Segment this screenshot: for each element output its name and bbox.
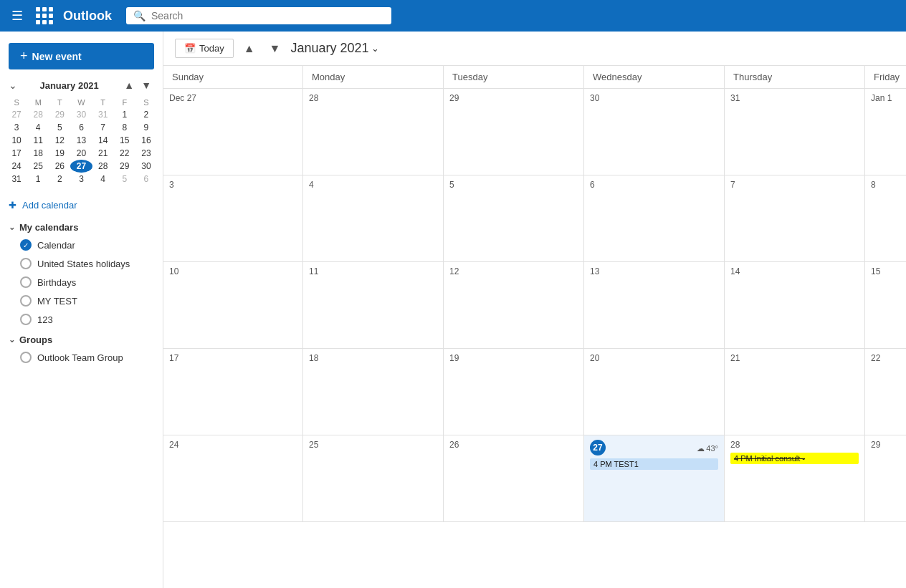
calendar-cell[interactable]: 24 [163,435,303,521]
calendar-checkbox[interactable] [20,314,32,325]
mini-cal-prev-button[interactable]: ▲ [121,78,137,92]
calendar-checkbox[interactable] [20,276,32,288]
calendar-item[interactable]: Birthdays [0,273,163,291]
month-title[interactable]: January 2021 ⌄ [290,41,379,56]
menu-button[interactable]: ☰ [9,5,26,26]
mini-cal-day[interactable]: 16 [135,134,157,147]
calendar-cell[interactable]: 29 [865,435,906,521]
mini-cal-day[interactable]: 6 [135,173,157,185]
calendar-event[interactable]: 4 PM Initial consult - [730,453,859,464]
mini-cal-day[interactable]: 14 [92,134,114,147]
calendar-item[interactable]: MY TEST [0,291,163,310]
groups-section[interactable]: ⌄ Groups [0,329,163,348]
calendar-cell[interactable]: 5 [444,175,584,261]
search-bar[interactable]: 🔍 [126,7,391,24]
new-event-button[interactable]: + New event [9,43,154,69]
calendar-cell[interactable]: Jan 1 [865,89,906,175]
mini-cal-day[interactable]: 11 [27,134,49,147]
calendar-cell[interactable]: 11 [303,262,444,348]
calendar-cell[interactable]: 17 [163,349,303,435]
mini-cal-day[interactable]: 12 [49,134,70,147]
search-input[interactable] [151,10,384,21]
mini-cal-day[interactable]: 1 [27,173,49,185]
calendar-cell[interactable]: 8 [865,175,906,261]
mini-cal-day[interactable]: 10 [6,134,27,147]
calendar-cell[interactable]: 29 [444,89,584,175]
mini-cal-day[interactable]: 24 [6,160,27,173]
mini-cal-next-button[interactable]: ▼ [138,78,154,92]
calendar-checkbox[interactable] [20,258,32,269]
mini-cal-collapse-icon[interactable]: ⌄ [9,79,17,91]
calendar-cell[interactable]: 4 [303,175,444,261]
group-checkbox[interactable] [20,352,32,363]
calendar-cell[interactable]: 25 [303,435,444,521]
mini-cal-day[interactable]: 4 [27,121,49,134]
mini-cal-day[interactable]: 5 [49,121,70,134]
mini-cal-day[interactable]: 23 [135,147,157,160]
calendar-cell[interactable]: 20 [584,349,725,435]
mini-cal-day[interactable]: 26 [49,160,70,173]
calendar-cell[interactable]: 21 [725,349,865,435]
mini-cal-day[interactable]: 19 [49,147,70,160]
prev-month-button[interactable]: ▲ [239,39,259,58]
calendar-event[interactable]: 4 PM TEST1 [590,458,718,470]
mini-cal-day[interactable]: 17 [6,147,27,160]
calendar-cell[interactable]: 7 [725,175,865,261]
mini-cal-day[interactable]: 5 [114,173,135,185]
mini-cal-day[interactable]: 25 [27,160,49,173]
mini-cal-day[interactable]: 9 [135,121,157,134]
calendar-cell[interactable]: 31 [725,89,865,175]
calendar-cell[interactable]: 14 [725,262,865,348]
mini-cal-day[interactable]: 2 [135,108,157,121]
waffle-icon[interactable] [34,6,54,26]
mini-cal-day[interactable]: 27 [6,108,27,121]
mini-cal-day[interactable]: 29 [49,108,70,121]
calendar-cell[interactable]: 15 [865,262,906,348]
mini-cal-day[interactable]: 8 [114,121,135,134]
mini-cal-day[interactable]: 1 [114,108,135,121]
calendar-cell[interactable]: 10 [163,262,303,348]
calendar-item[interactable]: ✓Calendar [0,236,163,254]
mini-cal-day[interactable]: 22 [114,147,135,160]
calendar-cell[interactable]: 19 [444,349,584,435]
calendar-cell[interactable]: 18 [303,349,444,435]
mini-cal-day[interactable]: 21 [92,147,114,160]
calendar-cell[interactable]: 13 [584,262,725,348]
calendar-cell[interactable]: 12 [444,262,584,348]
calendar-cell[interactable]: 30 [584,89,725,175]
mini-cal-day[interactable]: 2 [49,173,70,185]
calendar-cell[interactable]: 22 [865,349,906,435]
mini-cal-day[interactable]: 15 [114,134,135,147]
mini-cal-day[interactable]: 31 [6,173,27,185]
group-item[interactable]: Outlook Team Group [0,348,163,367]
calendar-cell[interactable]: 6 [584,175,725,261]
mini-cal-day[interactable]: 30 [135,160,157,173]
my-calendars-section[interactable]: ⌄ My calendars [0,216,163,236]
mini-cal-day[interactable]: 28 [27,108,49,121]
calendar-checkbox[interactable] [20,295,32,307]
mini-cal-day[interactable]: 4 [92,173,114,185]
mini-cal-day[interactable]: 29 [114,160,135,173]
today-button[interactable]: 📅 Today [175,39,234,58]
next-month-button[interactable]: ▼ [265,39,285,58]
mini-cal-day[interactable]: 7 [92,121,114,134]
mini-cal-day[interactable]: 18 [27,147,49,160]
mini-cal-day[interactable]: 6 [70,121,92,134]
mini-cal-day[interactable]: 20 [70,147,92,160]
mini-cal-day[interactable]: 27 [70,160,92,173]
add-calendar-button[interactable]: ✚ Add calendar [0,194,163,216]
calendar-cell[interactable]: 284 PM Initial consult - [725,435,865,521]
mini-cal-day[interactable]: 3 [70,173,92,185]
calendar-cell[interactable]: 28 [303,89,444,175]
calendar-checkbox[interactable]: ✓ [20,239,32,251]
mini-cal-day[interactable]: 31 [92,108,114,121]
mini-cal-day[interactable]: 3 [6,121,27,134]
mini-cal-day[interactable]: 13 [70,134,92,147]
calendar-item[interactable]: 123 [0,310,163,329]
calendar-cell[interactable]: Dec 27 [163,89,303,175]
calendar-item[interactable]: United States holidays [0,254,163,273]
calendar-cell[interactable]: 26 [444,435,584,521]
mini-cal-day[interactable]: 28 [92,160,114,173]
mini-cal-day[interactable]: 30 [70,108,92,121]
calendar-cell[interactable]: 27☁43°4 PM TEST1 [584,435,725,521]
